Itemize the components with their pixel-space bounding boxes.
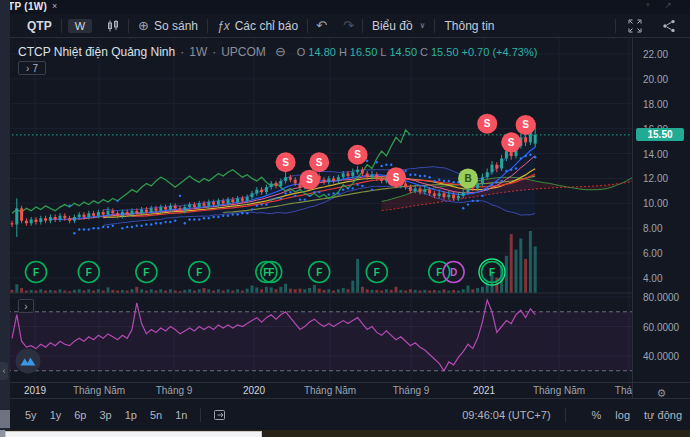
close-value: 15.50 bbox=[431, 46, 459, 58]
svg-text:F: F bbox=[436, 267, 442, 278]
svg-text:S: S bbox=[508, 137, 515, 148]
chevron-right-icon: › bbox=[24, 301, 27, 312]
range-button-5n[interactable]: 5n bbox=[150, 409, 162, 421]
legend-exchange: UPCOM bbox=[221, 45, 266, 59]
svg-text:B: B bbox=[464, 173, 471, 184]
price-axis-label: 4.00 bbox=[643, 273, 662, 284]
indicator-count: 7 bbox=[32, 63, 38, 74]
chevron-down-icon: ∨ bbox=[420, 21, 426, 30]
log-scale-button[interactable]: log bbox=[615, 409, 630, 421]
time-axis-label: 2019 bbox=[24, 385, 46, 396]
bottom-right-controls: 09:46:04 (UTC+7) % log tự động bbox=[448, 408, 690, 422]
svg-text:S: S bbox=[282, 157, 289, 168]
svg-text:S: S bbox=[393, 172, 400, 183]
toolbar-divider bbox=[615, 19, 616, 33]
hide-series-icon[interactable]: ⊖ bbox=[275, 44, 286, 59]
chart-toolbar: QTP W ⊕ So sánh ƒx Các chỉ báo ↶ ↷ Biểu … bbox=[0, 14, 690, 38]
platform-logo bbox=[15, 348, 41, 374]
undo-button[interactable]: ↶ bbox=[308, 18, 335, 33]
fx-icon: ƒx bbox=[217, 19, 230, 33]
rsi-axis-label: 40.0000 bbox=[643, 351, 679, 362]
symbol-button[interactable]: QTP bbox=[18, 14, 61, 37]
dim-plus-icon: + bbox=[645, 0, 664, 10]
rsi-axis-label: 80.0000 bbox=[643, 292, 679, 303]
indicators-collapse-button[interactable]: › 7 bbox=[18, 61, 46, 75]
range-button-6p[interactable]: 6p bbox=[74, 409, 86, 421]
svg-text:S: S bbox=[306, 174, 313, 185]
collapse-left-handle[interactable]: ‹ bbox=[0, 362, 8, 380]
info-button[interactable]: Thông tin bbox=[435, 14, 503, 37]
svg-text:S: S bbox=[484, 118, 491, 129]
left-panel-block bbox=[0, 410, 10, 428]
time-axis-label: Tháng Năm bbox=[533, 385, 585, 396]
svg-text:F: F bbox=[489, 267, 495, 278]
tab-row-corner-icons: +↗ bbox=[645, 0, 686, 10]
fullscreen-icon[interactable] bbox=[620, 19, 650, 33]
trading-chart-app: TP (1W) × +↗ QTP W ⊕ So sánh ƒx Các chỉ … bbox=[0, 0, 690, 437]
rsi-axis-label: 60.0000 bbox=[643, 322, 679, 333]
dim-expand-icon: ↗ bbox=[664, 0, 686, 10]
svg-text:F: F bbox=[196, 267, 202, 278]
range-button-3p[interactable]: 3p bbox=[100, 409, 112, 421]
range-button-5y[interactable]: 5y bbox=[25, 409, 37, 421]
time-axis-label: Tháng Năm bbox=[73, 385, 125, 396]
chart-menu-button[interactable]: Biểu đồ ∨ bbox=[363, 14, 435, 37]
price-axis-label: 20.00 bbox=[643, 74, 668, 85]
bottom-toolbar: 5y1y6p3p1p5n1n 09:46:04 (UTC+7) % log tự… bbox=[0, 398, 690, 430]
time-axis-label: Tháng 9 bbox=[393, 385, 430, 396]
window-tab-row: TP (1W) × +↗ bbox=[0, 0, 690, 14]
time-axis-label: 2020 bbox=[243, 385, 265, 396]
symbol-title[interactable]: CTCP Nhiệt điện Quảng Ninh bbox=[18, 45, 175, 59]
date-range-buttons: 5y1y6p3p1p5n1n bbox=[0, 409, 188, 421]
chart-style-icon[interactable] bbox=[98, 19, 128, 33]
high-value: 16.50 bbox=[350, 46, 378, 58]
toolbar-divider bbox=[61, 19, 62, 33]
share-icon[interactable] bbox=[654, 19, 684, 33]
legend-interval: 1W bbox=[189, 45, 207, 59]
interval-button[interactable]: W bbox=[68, 19, 92, 33]
compare-button[interactable]: ⊕ So sánh bbox=[129, 14, 207, 37]
chart-pane[interactable]: SSSSSSSSBFFFFFFFFFFD bbox=[0, 38, 632, 382]
indicators-button[interactable]: ƒx Các chỉ báo bbox=[208, 14, 307, 37]
svg-text:S: S bbox=[522, 119, 529, 130]
price-axis-label: 10.00 bbox=[643, 198, 668, 209]
rsi-pane-collapse-button[interactable]: › bbox=[18, 299, 34, 313]
price-axis[interactable]: 22.0020.0018.0016.0014.0012.0010.008.006… bbox=[632, 38, 690, 382]
svg-text:F: F bbox=[143, 267, 149, 278]
change-value: +0.70 (+4.73%) bbox=[462, 46, 538, 58]
auto-scale-button[interactable]: tự động bbox=[644, 409, 682, 421]
background-window-strip bbox=[0, 430, 690, 437]
svg-text:S: S bbox=[354, 149, 361, 160]
svg-text:S: S bbox=[316, 157, 323, 168]
price-axis-label: 8.00 bbox=[643, 223, 662, 234]
time-axis-label: 2021 bbox=[473, 385, 495, 396]
open-value: 14.80 bbox=[308, 46, 336, 58]
price-axis-label: 14.00 bbox=[643, 149, 668, 160]
time-axis-label: Tháng Năm bbox=[304, 385, 356, 396]
time-axis-label: Tháng 9 bbox=[156, 385, 193, 396]
price-axis-label: 22.00 bbox=[643, 49, 668, 60]
symbol-legend: CTCP Nhiệt điện Quảng Ninh · 1W · UPCOM … bbox=[18, 44, 537, 59]
tab-close-icon[interactable]: × bbox=[52, 1, 57, 11]
range-button-1y[interactable]: 1y bbox=[50, 409, 62, 421]
price-axis-label: 6.00 bbox=[643, 248, 662, 259]
svg-text:F: F bbox=[268, 267, 274, 278]
chevron-right-icon: › bbox=[26, 63, 29, 74]
price-axis-label: 12.00 bbox=[643, 173, 668, 184]
axis-corner: ⚙ bbox=[632, 382, 690, 398]
svg-text:F: F bbox=[374, 267, 380, 278]
clock[interactable]: 09:46:04 (UTC+7) bbox=[462, 409, 550, 421]
left-panel-edge: ‹ bbox=[0, 0, 10, 430]
redo-button: ↷ bbox=[335, 18, 362, 33]
percent-scale-button[interactable]: % bbox=[592, 409, 602, 421]
time-axis[interactable]: 2019Tháng NămTháng 92020Tháng NămTháng 9… bbox=[0, 382, 632, 398]
price-axis-label: 18.00 bbox=[643, 99, 668, 110]
chart-tab-title[interactable]: TP (1W) bbox=[8, 1, 47, 12]
range-button-1p[interactable]: 1p bbox=[125, 409, 137, 421]
go-to-date-icon[interactable] bbox=[213, 408, 228, 422]
ohlc-values: O14.80 H16.50 L14.50 C15.50 +0.70 (+4.73… bbox=[297, 46, 538, 58]
bottom-divider bbox=[200, 408, 201, 422]
range-button-1n[interactable]: 1n bbox=[175, 409, 187, 421]
svg-text:F: F bbox=[86, 267, 92, 278]
last-price-tag: 15.50 bbox=[636, 128, 684, 141]
